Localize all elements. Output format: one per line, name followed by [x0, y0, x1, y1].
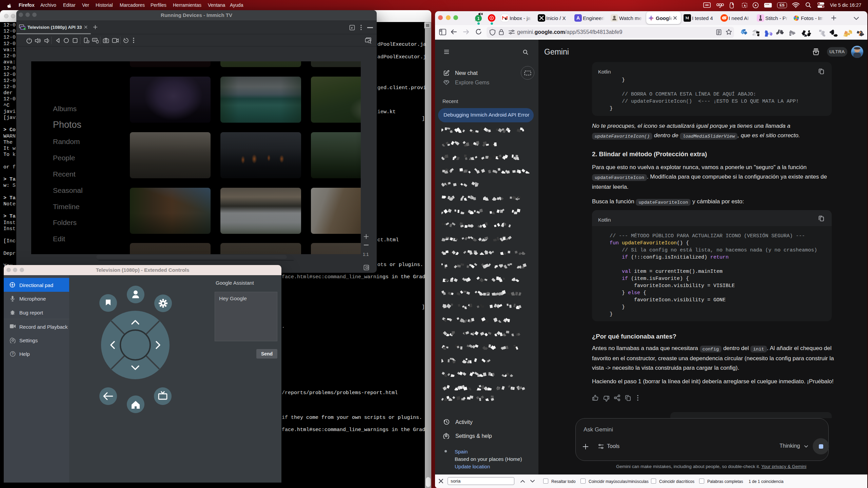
- svg-text:1: 1: [477, 16, 480, 21]
- svg-text:?: ?: [12, 352, 14, 356]
